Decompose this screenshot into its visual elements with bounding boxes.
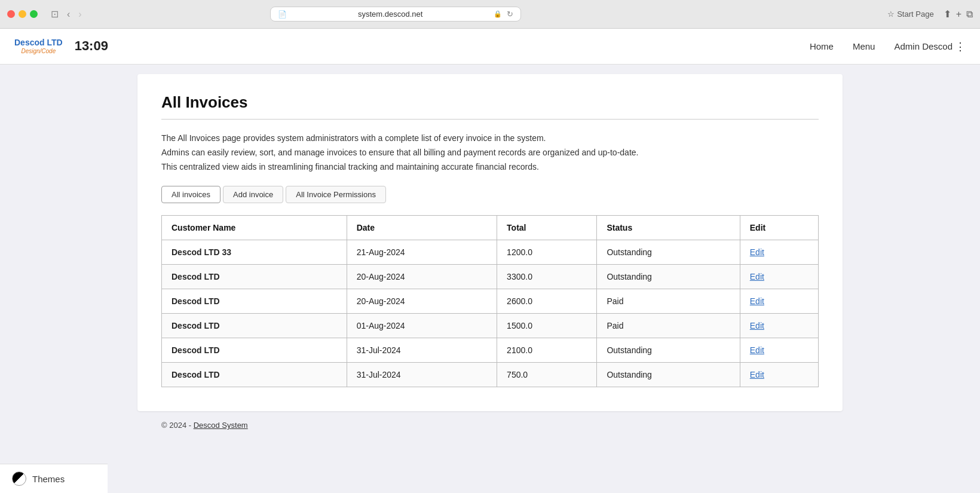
cell-status: Paid — [597, 314, 740, 338]
cell-edit: Edit — [740, 314, 818, 338]
cell-edit: Edit — [740, 240, 818, 265]
footer-system-link[interactable]: Descod System — [194, 421, 248, 430]
cell-customer: Descod LTD — [162, 265, 347, 289]
edit-button[interactable]: Edit — [750, 345, 764, 355]
edit-button[interactable]: Edit — [750, 296, 764, 306]
tab-add-invoice[interactable]: Add invoice — [223, 186, 283, 203]
cell-customer: Descod LTD 33 — [162, 240, 347, 265]
back-button[interactable]: ‹ — [65, 8, 72, 21]
cell-date: 20-Aug-2024 — [347, 289, 497, 314]
main-content: All Invoices The All Invoices page provi… — [137, 74, 843, 411]
description-line-1: The All Invoices page provides system ad… — [161, 131, 819, 146]
admin-nav-label: Admin Descod — [894, 41, 953, 51]
page-title: All Invoices — [161, 93, 819, 112]
table-row: Descod LTD 20-Aug-2024 3300.0 Outstandin… — [162, 265, 819, 289]
col-customer-name: Customer Name — [162, 216, 347, 240]
cell-status: Outstanding — [597, 363, 740, 387]
tabs-button[interactable]: ⧉ — [966, 8, 973, 20]
cell-date: 31-Jul-2024 — [347, 363, 497, 387]
reload-icon[interactable]: ↻ — [507, 10, 513, 19]
footer-copyright: © 2024 - — [161, 421, 194, 430]
col-total: Total — [497, 216, 597, 240]
cell-total: 2100.0 — [497, 338, 597, 363]
table-row: Descod LTD 31-Jul-2024 750.0 Outstanding… — [162, 363, 819, 387]
cell-customer: Descod LTD — [162, 363, 347, 387]
menu-nav-link[interactable]: Menu — [853, 41, 875, 51]
col-status: Status — [597, 216, 740, 240]
edit-button[interactable]: Edit — [750, 272, 764, 281]
browser-chrome: ⊡ ‹ › 📄 system.descod.net 🔒 ↻ ☆ Start Pa… — [0, 0, 980, 29]
browser-actions: ⬆ + ⧉ — [944, 8, 973, 20]
col-date: Date — [347, 216, 497, 240]
window-tile-button[interactable]: ⊡ — [48, 7, 61, 21]
table-row: Descod LTD 33 21-Aug-2024 1200.0 Outstan… — [162, 240, 819, 265]
cell-date: 01-Aug-2024 — [347, 314, 497, 338]
logo: Descod LTD Design/Code — [14, 38, 63, 54]
cell-status: Outstanding — [597, 265, 740, 289]
cell-customer: Descod LTD — [162, 338, 347, 363]
themes-label: Themes — [32, 474, 65, 484]
cell-total: 750.0 — [497, 363, 597, 387]
cell-total: 3300.0 — [497, 265, 597, 289]
traffic-lights — [7, 10, 38, 18]
cell-edit: Edit — [740, 289, 818, 314]
page-description: The All Invoices page provides system ad… — [161, 131, 819, 174]
lock-icon: 🔒 — [494, 10, 502, 18]
cell-edit: Edit — [740, 363, 818, 387]
new-tab-button[interactable]: + — [956, 8, 961, 20]
edit-button[interactable]: Edit — [750, 321, 764, 330]
cell-total: 2600.0 — [497, 289, 597, 314]
themes-toggle-button[interactable] — [12, 471, 26, 486]
col-edit: Edit — [740, 216, 818, 240]
main-nav: Home Menu Admin Descod ⋮ — [810, 40, 966, 53]
start-page-label: Start Page — [897, 10, 933, 19]
title-divider — [161, 119, 819, 120]
app-header: Descod LTD Design/Code 13:09 Home Menu A… — [0, 29, 980, 65]
share-button[interactable]: ⬆ — [944, 8, 951, 20]
cell-date: 31-Jul-2024 — [347, 338, 497, 363]
tab-invoice-permissions[interactable]: All Invoice Permissions — [286, 186, 386, 203]
cell-total: 1200.0 — [497, 240, 597, 265]
edit-button[interactable]: Edit — [750, 247, 764, 257]
table-row: Descod LTD 01-Aug-2024 1500.0 Paid Edit — [162, 314, 819, 338]
cell-status: Paid — [597, 289, 740, 314]
edit-button[interactable]: Edit — [750, 370, 764, 379]
cell-edit: Edit — [740, 338, 818, 363]
table-row: Descod LTD 31-Jul-2024 2100.0 Outstandin… — [162, 338, 819, 363]
cell-status: Outstanding — [597, 240, 740, 265]
logo-main-text: Descod LTD — [14, 38, 63, 47]
browser-right: ☆ Start Page ⬆ + ⧉ — [887, 8, 973, 20]
cell-status: Outstanding — [597, 338, 740, 363]
address-bar[interactable]: 📄 system.descod.net 🔒 ↻ — [270, 7, 521, 22]
url-text: system.descod.net — [292, 10, 489, 19]
tabs-bar: All invoices Add invoice All Invoice Per… — [161, 186, 819, 203]
table-header-row: Customer Name Date Total Status Edit — [162, 216, 819, 240]
star-icon: ☆ — [887, 10, 895, 19]
cell-customer: Descod LTD — [162, 289, 347, 314]
description-line-3: This centralized view aids in streamlini… — [161, 160, 819, 174]
table-row: Descod LTD 20-Aug-2024 2600.0 Paid Edit — [162, 289, 819, 314]
header-left: Descod LTD Design/Code 13:09 — [14, 38, 108, 54]
page-icon: 📄 — [278, 10, 287, 19]
close-traffic-light[interactable] — [7, 10, 15, 18]
footer: © 2024 - Descod System — [137, 421, 843, 430]
forward-button[interactable]: › — [76, 8, 84, 21]
cell-total: 1500.0 — [497, 314, 597, 338]
cell-customer: Descod LTD — [162, 314, 347, 338]
home-nav-link[interactable]: Home — [810, 41, 834, 51]
minimize-traffic-light[interactable] — [19, 10, 26, 18]
cell-edit: Edit — [740, 265, 818, 289]
browser-controls: ⊡ ‹ › — [48, 7, 84, 21]
description-line-2: Admins can easily review, sort, and mana… — [161, 146, 819, 160]
bookmark-button[interactable]: ☆ Start Page — [887, 10, 933, 19]
cell-date: 21-Aug-2024 — [347, 240, 497, 265]
maximize-traffic-light[interactable] — [30, 10, 38, 18]
admin-menu-icon: ⋮ — [955, 40, 966, 53]
clock-display: 13:09 — [75, 38, 108, 54]
tab-all-invoices[interactable]: All invoices — [161, 186, 220, 203]
themes-bar: Themes — [0, 464, 108, 493]
logo-sub-text: Design/Code — [21, 48, 56, 54]
invoices-table: Customer Name Date Total Status Edit Des… — [161, 215, 819, 387]
admin-nav[interactable]: Admin Descod ⋮ — [894, 40, 966, 53]
cell-date: 20-Aug-2024 — [347, 265, 497, 289]
